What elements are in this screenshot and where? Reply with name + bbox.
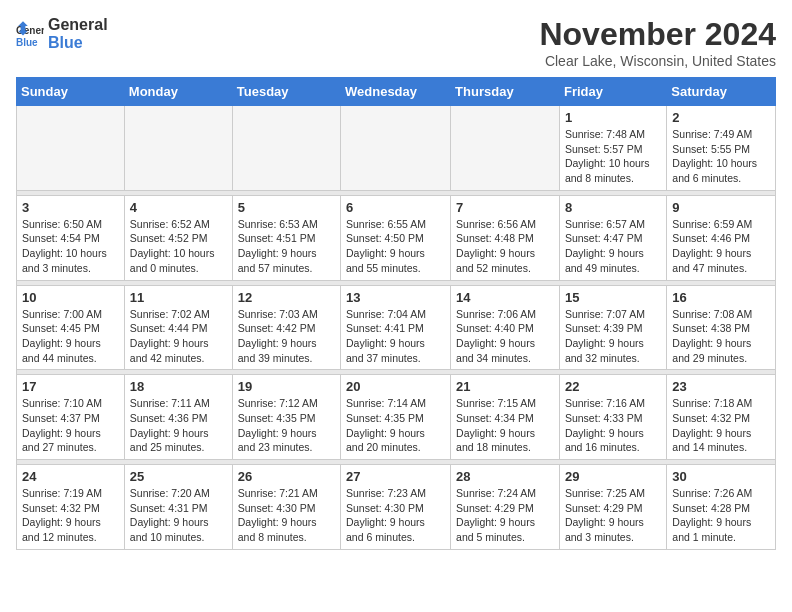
calendar-cell: 20Sunrise: 7:14 AM Sunset: 4:35 PM Dayli… [341, 375, 451, 460]
day-info: Sunrise: 7:02 AM Sunset: 4:44 PM Dayligh… [130, 307, 227, 366]
weekday-header-tuesday: Tuesday [232, 78, 340, 106]
calendar-cell: 18Sunrise: 7:11 AM Sunset: 4:36 PM Dayli… [124, 375, 232, 460]
weekday-header-monday: Monday [124, 78, 232, 106]
calendar-cell: 23Sunrise: 7:18 AM Sunset: 4:32 PM Dayli… [667, 375, 776, 460]
calendar-cell: 9Sunrise: 6:59 AM Sunset: 4:46 PM Daylig… [667, 195, 776, 280]
weekday-header-friday: Friday [559, 78, 666, 106]
calendar: SundayMondayTuesdayWednesdayThursdayFrid… [16, 77, 776, 550]
day-info: Sunrise: 6:52 AM Sunset: 4:52 PM Dayligh… [130, 217, 227, 276]
day-number: 7 [456, 200, 554, 215]
day-info: Sunrise: 7:07 AM Sunset: 4:39 PM Dayligh… [565, 307, 661, 366]
calendar-cell [232, 106, 340, 191]
weekday-header-wednesday: Wednesday [341, 78, 451, 106]
calendar-cell: 13Sunrise: 7:04 AM Sunset: 4:41 PM Dayli… [341, 285, 451, 370]
day-info: Sunrise: 7:16 AM Sunset: 4:33 PM Dayligh… [565, 396, 661, 455]
day-number: 17 [22, 379, 119, 394]
day-number: 13 [346, 290, 445, 305]
day-info: Sunrise: 7:04 AM Sunset: 4:41 PM Dayligh… [346, 307, 445, 366]
weekday-header-saturday: Saturday [667, 78, 776, 106]
day-number: 11 [130, 290, 227, 305]
calendar-cell [124, 106, 232, 191]
calendar-cell: 4Sunrise: 6:52 AM Sunset: 4:52 PM Daylig… [124, 195, 232, 280]
calendar-cell: 16Sunrise: 7:08 AM Sunset: 4:38 PM Dayli… [667, 285, 776, 370]
calendar-cell: 6Sunrise: 6:55 AM Sunset: 4:50 PM Daylig… [341, 195, 451, 280]
weekday-header-sunday: Sunday [17, 78, 125, 106]
calendar-cell: 21Sunrise: 7:15 AM Sunset: 4:34 PM Dayli… [451, 375, 560, 460]
day-info: Sunrise: 7:12 AM Sunset: 4:35 PM Dayligh… [238, 396, 335, 455]
day-number: 16 [672, 290, 770, 305]
day-info: Sunrise: 7:25 AM Sunset: 4:29 PM Dayligh… [565, 486, 661, 545]
calendar-cell: 10Sunrise: 7:00 AM Sunset: 4:45 PM Dayli… [17, 285, 125, 370]
day-info: Sunrise: 7:03 AM Sunset: 4:42 PM Dayligh… [238, 307, 335, 366]
day-info: Sunrise: 7:18 AM Sunset: 4:32 PM Dayligh… [672, 396, 770, 455]
calendar-cell: 22Sunrise: 7:16 AM Sunset: 4:33 PM Dayli… [559, 375, 666, 460]
day-info: Sunrise: 6:55 AM Sunset: 4:50 PM Dayligh… [346, 217, 445, 276]
logo-general-text: General [48, 16, 108, 34]
logo-icon: General Blue [16, 20, 44, 48]
calendar-cell: 28Sunrise: 7:24 AM Sunset: 4:29 PM Dayli… [451, 465, 560, 550]
day-info: Sunrise: 7:49 AM Sunset: 5:55 PM Dayligh… [672, 127, 770, 186]
weekday-header-thursday: Thursday [451, 78, 560, 106]
day-info: Sunrise: 6:57 AM Sunset: 4:47 PM Dayligh… [565, 217, 661, 276]
day-number: 18 [130, 379, 227, 394]
day-number: 9 [672, 200, 770, 215]
day-number: 21 [456, 379, 554, 394]
day-number: 23 [672, 379, 770, 394]
day-number: 15 [565, 290, 661, 305]
calendar-cell: 17Sunrise: 7:10 AM Sunset: 4:37 PM Dayli… [17, 375, 125, 460]
calendar-cell: 8Sunrise: 6:57 AM Sunset: 4:47 PM Daylig… [559, 195, 666, 280]
day-info: Sunrise: 6:50 AM Sunset: 4:54 PM Dayligh… [22, 217, 119, 276]
day-number: 28 [456, 469, 554, 484]
calendar-cell: 2Sunrise: 7:49 AM Sunset: 5:55 PM Daylig… [667, 106, 776, 191]
calendar-cell [341, 106, 451, 191]
day-info: Sunrise: 7:14 AM Sunset: 4:35 PM Dayligh… [346, 396, 445, 455]
week-row-4: 17Sunrise: 7:10 AM Sunset: 4:37 PM Dayli… [17, 375, 776, 460]
day-number: 4 [130, 200, 227, 215]
day-number: 6 [346, 200, 445, 215]
calendar-cell: 15Sunrise: 7:07 AM Sunset: 4:39 PM Dayli… [559, 285, 666, 370]
week-row-1: 1Sunrise: 7:48 AM Sunset: 5:57 PM Daylig… [17, 106, 776, 191]
calendar-cell: 24Sunrise: 7:19 AM Sunset: 4:32 PM Dayli… [17, 465, 125, 550]
day-number: 8 [565, 200, 661, 215]
day-number: 26 [238, 469, 335, 484]
calendar-cell: 3Sunrise: 6:50 AM Sunset: 4:54 PM Daylig… [17, 195, 125, 280]
day-info: Sunrise: 7:26 AM Sunset: 4:28 PM Dayligh… [672, 486, 770, 545]
logo: General Blue General Blue [16, 16, 108, 51]
day-info: Sunrise: 7:48 AM Sunset: 5:57 PM Dayligh… [565, 127, 661, 186]
calendar-cell: 19Sunrise: 7:12 AM Sunset: 4:35 PM Dayli… [232, 375, 340, 460]
calendar-cell: 7Sunrise: 6:56 AM Sunset: 4:48 PM Daylig… [451, 195, 560, 280]
week-row-2: 3Sunrise: 6:50 AM Sunset: 4:54 PM Daylig… [17, 195, 776, 280]
day-info: Sunrise: 7:21 AM Sunset: 4:30 PM Dayligh… [238, 486, 335, 545]
day-info: Sunrise: 7:24 AM Sunset: 4:29 PM Dayligh… [456, 486, 554, 545]
weekday-header-row: SundayMondayTuesdayWednesdayThursdayFrid… [17, 78, 776, 106]
day-number: 10 [22, 290, 119, 305]
day-number: 5 [238, 200, 335, 215]
svg-text:Blue: Blue [16, 37, 38, 48]
day-number: 27 [346, 469, 445, 484]
week-row-5: 24Sunrise: 7:19 AM Sunset: 4:32 PM Dayli… [17, 465, 776, 550]
day-info: Sunrise: 7:10 AM Sunset: 4:37 PM Dayligh… [22, 396, 119, 455]
calendar-cell: 29Sunrise: 7:25 AM Sunset: 4:29 PM Dayli… [559, 465, 666, 550]
svg-text:General: General [16, 25, 44, 36]
day-number: 25 [130, 469, 227, 484]
day-info: Sunrise: 7:06 AM Sunset: 4:40 PM Dayligh… [456, 307, 554, 366]
calendar-cell: 25Sunrise: 7:20 AM Sunset: 4:31 PM Dayli… [124, 465, 232, 550]
calendar-cell: 12Sunrise: 7:03 AM Sunset: 4:42 PM Dayli… [232, 285, 340, 370]
day-info: Sunrise: 7:08 AM Sunset: 4:38 PM Dayligh… [672, 307, 770, 366]
title-area: November 2024 Clear Lake, Wisconsin, Uni… [539, 16, 776, 69]
logo-blue-text: Blue [48, 34, 108, 52]
day-number: 20 [346, 379, 445, 394]
calendar-cell: 5Sunrise: 6:53 AM Sunset: 4:51 PM Daylig… [232, 195, 340, 280]
day-number: 1 [565, 110, 661, 125]
day-number: 14 [456, 290, 554, 305]
calendar-cell [17, 106, 125, 191]
calendar-cell: 11Sunrise: 7:02 AM Sunset: 4:44 PM Dayli… [124, 285, 232, 370]
day-info: Sunrise: 7:15 AM Sunset: 4:34 PM Dayligh… [456, 396, 554, 455]
day-info: Sunrise: 7:11 AM Sunset: 4:36 PM Dayligh… [130, 396, 227, 455]
day-info: Sunrise: 6:59 AM Sunset: 4:46 PM Dayligh… [672, 217, 770, 276]
day-number: 12 [238, 290, 335, 305]
calendar-cell: 26Sunrise: 7:21 AM Sunset: 4:30 PM Dayli… [232, 465, 340, 550]
day-info: Sunrise: 7:19 AM Sunset: 4:32 PM Dayligh… [22, 486, 119, 545]
day-number: 22 [565, 379, 661, 394]
calendar-cell: 30Sunrise: 7:26 AM Sunset: 4:28 PM Dayli… [667, 465, 776, 550]
